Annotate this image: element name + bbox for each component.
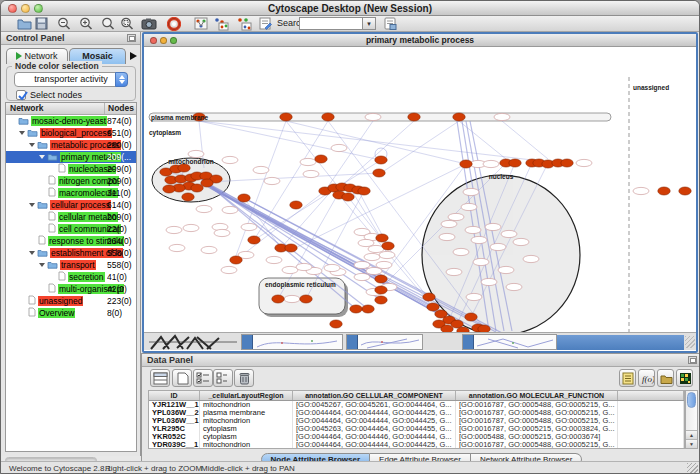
formula-icon[interactable]: f(o) [638,369,655,387]
expand-triangle-icon[interactable] [39,155,45,159]
network-node[interactable] [222,206,238,213]
background-window-fragment[interactable] [462,334,557,350]
network-node[interactable] [163,185,175,193]
tree-row[interactable]: primary metabo209(... [6,151,136,163]
search-input[interactable] [299,17,362,30]
table-column-header[interactable]: annotation.GO CELLULAR_COMPONENT [293,391,456,400]
zoom-selected-icon[interactable] [120,17,134,31]
save-icon[interactable] [35,17,48,30]
network-node[interactable] [300,158,316,165]
expand-triangle-icon[interactable] [19,131,25,135]
network-node[interactable] [365,113,381,120]
background-window-titlebar[interactable] [557,335,684,350]
delete-attribute-icon[interactable] [234,369,254,387]
zoom-in-icon[interactable] [79,17,93,31]
tree-row[interactable]: transport558(0) [6,259,136,271]
network-node[interactable] [285,244,297,252]
network-node[interactable] [379,251,395,258]
tree-row[interactable]: biological_process651(0) [6,127,136,139]
network-node[interactable] [330,320,342,328]
zoom-out-icon[interactable] [57,17,71,31]
snapshot-icon[interactable] [141,17,157,30]
layout-a-icon[interactable] [213,17,229,31]
tree-row[interactable]: nitrogen compo209(0) [6,175,136,187]
tree-row[interactable]: cellular metabo209(0) [6,211,136,223]
network-node[interactable] [196,205,212,212]
select-nodes-checkbox[interactable] [16,90,26,100]
network-node[interactable] [490,243,506,250]
expand-triangle-icon[interactable] [39,263,45,267]
help-ring-icon[interactable] [167,17,181,31]
table-column-header[interactable]: ID [149,391,200,400]
scrollbar-thumb[interactable] [687,392,696,408]
network-node[interactable] [446,268,462,275]
network-node[interactable] [561,159,573,167]
network-node[interactable] [481,278,497,285]
network-node[interactable] [178,164,190,172]
network-node[interactable] [303,170,319,177]
network-node[interactable] [280,113,292,121]
float-panel-icon[interactable] [127,34,136,42]
attribute-list-icon[interactable] [619,369,636,387]
tree-row[interactable]: nucleobase-209(0) [6,163,136,175]
heatmap-icon[interactable] [676,369,693,387]
network-node[interactable] [576,159,592,166]
network-node[interactable] [376,261,392,268]
unselect-attributes-icon[interactable] [213,369,233,387]
new-attribute-icon[interactable] [172,369,192,387]
network-node[interactable] [188,150,204,157]
network-node[interactable] [375,275,387,283]
network-node[interactable] [658,187,670,195]
network-node[interactable] [460,160,472,168]
scroll-down-icon[interactable]: ▼ [686,439,697,448]
network-node[interactable] [439,233,455,240]
network-node[interactable] [375,296,387,304]
network-node[interactable] [238,194,250,202]
network-node[interactable] [201,246,217,253]
network-node[interactable] [169,244,185,251]
tree-row[interactable]: macromolecule311(0) [6,187,136,199]
network-node[interactable] [376,234,388,242]
network-node[interactable] [266,256,282,263]
network-overview-icon[interactable] [194,17,208,30]
tree-row[interactable]: establishment of lo558(0) [6,247,136,259]
network-node[interactable] [463,188,479,195]
node-color-dropdown[interactable]: transporter activity [14,72,128,87]
network-node[interactable] [342,193,354,201]
network-node[interactable] [466,293,482,300]
background-window-fragment[interactable] [241,334,343,350]
network-node[interactable] [509,159,521,167]
search-dropdown-arrow[interactable]: ▼ [362,17,376,30]
network-node[interactable] [453,113,465,121]
tree-row[interactable]: cellular process614(0) [6,199,136,211]
expand-triangle-icon[interactable] [29,203,35,207]
network-node[interactable] [523,255,539,262]
expand-triangle-icon[interactable] [29,251,35,255]
annotate-icon[interactable] [259,17,272,30]
network-node[interactable] [214,229,230,236]
network-node[interactable] [461,203,477,210]
network-node[interactable] [324,264,340,271]
network-node[interactable] [191,184,203,192]
network-node[interactable] [182,193,194,201]
network-node[interactable] [364,253,380,260]
network-node[interactable] [375,156,387,164]
float-panel-icon[interactable] [688,356,697,364]
attribute-table-header[interactable]: ID_cellularLayoutRegionannotation.GO CEL… [149,391,684,401]
network-node[interactable] [331,144,347,151]
network-node[interactable] [494,113,510,120]
network-node[interactable] [375,286,387,294]
network-node[interactable] [501,230,517,237]
tree-row[interactable]: multi-organism pro42(0) [6,283,136,295]
network-node[interactable] [465,313,477,321]
table-row[interactable]: YKR052Ccytoplasm[GO:0044464, GO:0044446,… [149,433,684,441]
network-graph[interactable]: plasma membranecytoplasmmitochondrionnuc… [144,47,696,332]
scroll-up-icon[interactable]: ▲ [686,430,697,439]
network-node[interactable] [222,156,238,163]
network-node[interactable] [465,226,481,233]
import-folder-icon[interactable] [657,369,674,387]
more-tabs-arrow[interactable] [130,52,137,60]
table-column-header[interactable]: _cellularLayoutRegion [200,391,293,400]
attribute-table-icon[interactable] [150,369,170,387]
network-node[interactable] [290,201,302,209]
